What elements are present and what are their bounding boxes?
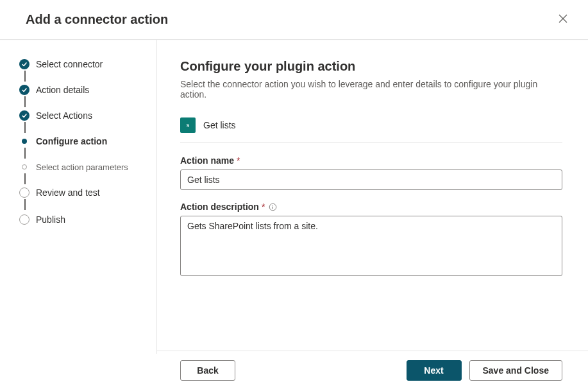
step-connector [24,71,26,82]
close-button[interactable] [556,12,570,28]
action-description-input[interactable] [180,216,562,276]
step-connector [24,96,26,107]
page-subtitle: Select the connector action you wish to … [180,79,562,100]
wizard-steps-sidebar: Select connectorAction detailsSelect Act… [0,40,157,354]
wizard-step[interactable]: Configure action [19,136,144,162]
required-indicator: * [262,202,265,212]
step-label: Select connector [36,59,103,69]
back-button[interactable]: Back [180,360,235,381]
modal-header: Add a connector action [0,0,588,40]
check-icon [19,85,29,95]
check-icon [19,59,29,69]
wizard-step[interactable]: Select connector [19,59,144,85]
wizard-step[interactable]: Review and test [19,187,144,213]
step-label: Review and test [36,187,100,198]
step-connector [24,199,26,210]
step-label: Select Actions [36,110,92,121]
selected-action-label: Get lists [203,120,236,130]
step-label: Action details [36,85,89,95]
action-description-label: Action description * [180,202,562,212]
wizard-step[interactable]: Select action parameters [19,162,144,187]
step-connector [24,122,26,133]
save-and-close-button[interactable]: Save and Close [469,360,563,381]
sharepoint-icon: s [180,117,196,133]
close-icon [559,14,567,25]
check-icon [19,110,29,121]
step-indicator [19,214,29,225]
step-indicator [19,136,29,146]
step-label: Publish [36,214,65,225]
next-button[interactable]: Next [407,360,462,381]
step-indicator [19,187,29,198]
action-name-input[interactable] [180,169,562,190]
step-indicator [19,162,29,172]
info-icon[interactable] [269,203,277,211]
selected-action-header: s Get lists [180,117,562,143]
page-title: Configure your plugin action [180,59,562,74]
wizard-step[interactable]: Select Actions [19,110,144,136]
svg-point-4 [273,205,273,205]
footer: Back Next Save and Close [157,351,588,391]
step-connector [24,148,26,159]
step-connector [24,173,26,184]
main-content: Configure your plugin action Select the … [157,40,588,354]
action-description-field-group: Action description * [180,202,562,279]
step-label: Configure action [36,136,107,146]
wizard-step[interactable]: Action details [19,85,144,110]
step-label: Select action parameters [36,162,128,172]
action-name-label: Action name * [180,155,562,166]
wizard-step[interactable]: Publish [19,213,144,226]
required-indicator: * [237,155,240,166]
modal-title: Add a connector action [26,12,168,27]
action-name-field-group: Action name * [180,155,562,190]
